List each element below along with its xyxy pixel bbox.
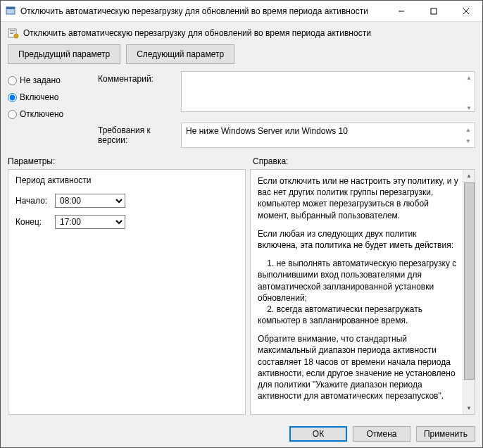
chevron-down-icon: ▼ bbox=[463, 136, 473, 146]
chevron-up-icon: ▲ bbox=[464, 73, 474, 82]
help-scrollbar[interactable]: ▲ ▼ bbox=[463, 170, 475, 414]
app-icon bbox=[5, 6, 16, 17]
previous-setting-button[interactable]: Предыдущий параметр bbox=[8, 44, 120, 64]
scroll-thumb[interactable] bbox=[464, 182, 475, 380]
minimize-button[interactable] bbox=[385, 1, 418, 21]
start-time-select[interactable]: 08:00 bbox=[55, 194, 125, 208]
policy-icon bbox=[8, 27, 19, 39]
state-radio-group: Не задано Включено Отключено bbox=[8, 71, 85, 148]
next-setting-button[interactable]: Следующий параметр bbox=[126, 44, 234, 64]
svg-rect-3 bbox=[431, 8, 437, 14]
maximize-button[interactable] bbox=[418, 1, 450, 21]
svg-point-10 bbox=[14, 34, 18, 38]
supported-on-box: Не ниже Windows Server или Windows 10 ▲ … bbox=[181, 123, 475, 148]
help-pane: Если отключить или не настроить эту поли… bbox=[250, 169, 475, 415]
policy-title: Отключить автоматическую перезагрузку дл… bbox=[23, 28, 371, 38]
help-label: Справка: bbox=[253, 156, 288, 166]
chevron-up-icon: ▲ bbox=[463, 125, 473, 135]
end-time-select[interactable]: 17:00 bbox=[55, 215, 125, 229]
state-not-configured-label: Не задано bbox=[20, 75, 61, 85]
svg-rect-8 bbox=[10, 32, 15, 32]
svg-rect-1 bbox=[6, 7, 15, 9]
state-disabled-label: Отключено bbox=[20, 109, 63, 119]
supported-label: Требования к версии: bbox=[98, 123, 175, 145]
dialog-content: Отключить автоматическую перезагрузку дл… bbox=[1, 22, 482, 448]
comment-textarea[interactable] bbox=[181, 71, 475, 112]
state-disabled-radio[interactable] bbox=[8, 110, 17, 119]
help-paragraph: Если любая из следующих двух политик вкл… bbox=[258, 228, 458, 251]
start-time-label: Начало: bbox=[15, 196, 49, 206]
help-list-item: 2. всегда автоматически перезагружать ко… bbox=[258, 304, 458, 326]
comment-label: Комментарий: bbox=[98, 71, 175, 84]
help-paragraph: Обратите внимание, что стандартный макси… bbox=[258, 333, 458, 402]
help-paragraph: Если отключить или не настроить эту поли… bbox=[258, 175, 458, 221]
state-enabled-label: Включено bbox=[20, 92, 58, 102]
state-not-configured-radio[interactable] bbox=[8, 76, 17, 85]
window-title: Отключить автоматическую перезагрузку дл… bbox=[20, 6, 385, 16]
state-enabled-radio[interactable] bbox=[8, 93, 17, 102]
svg-rect-7 bbox=[10, 30, 15, 31]
svg-rect-9 bbox=[10, 33, 13, 34]
active-hours-group-title: Период активности bbox=[15, 175, 238, 185]
cancel-button[interactable]: Отмена bbox=[353, 426, 410, 442]
chevron-down-icon: ▼ bbox=[464, 103, 474, 113]
titlebar: Отключить автоматическую перезагрузку дл… bbox=[1, 1, 482, 22]
scroll-down-icon[interactable]: ▼ bbox=[463, 402, 475, 414]
end-time-label: Конец: bbox=[15, 217, 49, 227]
scroll-up-icon[interactable]: ▲ bbox=[463, 170, 475, 182]
apply-button[interactable]: Применить bbox=[416, 426, 475, 442]
help-list-item: 1. не выполнять автоматическую перезагру… bbox=[258, 258, 458, 304]
help-text: Если отключить или не настроить эту поли… bbox=[258, 175, 463, 409]
ok-button[interactable]: ОК bbox=[289, 426, 347, 442]
close-button[interactable] bbox=[450, 1, 482, 21]
parameters-pane: Период активности Начало: 08:00 Конец: 1… bbox=[8, 169, 246, 415]
parameters-label: Параметры: bbox=[8, 156, 253, 166]
supported-on-text: Не ниже Windows Server или Windows 10 bbox=[186, 126, 348, 136]
